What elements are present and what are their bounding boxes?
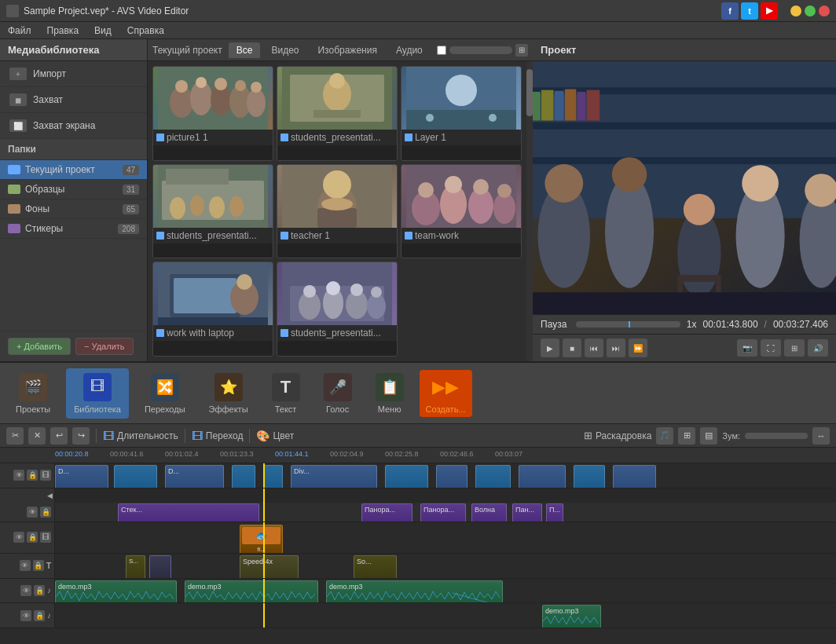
clip-pan[interactable]: Пан... bbox=[512, 503, 542, 521]
preview-progress-slider[interactable] bbox=[576, 321, 680, 327]
capture-button[interactable]: ◼ Захват bbox=[0, 87, 147, 113]
track-eye-text[interactable]: 👁 bbox=[20, 560, 31, 571]
tool-voice[interactable]: 🎤 Голос bbox=[316, 368, 360, 419]
undo-button[interactable]: ↩ bbox=[50, 427, 68, 445]
track-lock-video1[interactable]: 🔒 bbox=[27, 470, 38, 481]
track-lock-effects[interactable]: 🔒 bbox=[40, 507, 51, 518]
clip-video-small1[interactable] bbox=[436, 465, 468, 488]
track-film-video2[interactable]: 🎞 bbox=[40, 532, 51, 543]
clip-panora2[interactable]: Панора... bbox=[420, 503, 466, 521]
clip-blue1[interactable] bbox=[114, 465, 157, 488]
tool-text[interactable]: T Текст bbox=[264, 368, 308, 419]
storyboard-label[interactable]: ⊞ Раскадровка bbox=[584, 430, 651, 441]
next-frame-button[interactable]: ⏭ bbox=[607, 338, 625, 357]
track-film-video1[interactable]: 🎞 bbox=[40, 470, 51, 481]
fullscreen-button[interactable]: ⛶ bbox=[761, 339, 781, 357]
tool-menu[interactable]: 📋 Меню bbox=[368, 368, 412, 419]
track-lock-audio2[interactable]: 🔒 bbox=[34, 610, 45, 621]
folder-samples[interactable]: Образцы 31 bbox=[0, 180, 147, 199]
tool-transitions[interactable]: 🔀 Переходы bbox=[137, 368, 193, 419]
grid2-button[interactable]: ▤ bbox=[700, 427, 717, 445]
tab-all[interactable]: Все bbox=[229, 42, 261, 58]
folder-backgrounds[interactable]: Фоны 65 bbox=[0, 199, 147, 219]
import-button[interactable]: + Импорт bbox=[0, 61, 147, 87]
twitter-icon[interactable]: t bbox=[741, 2, 758, 20]
media-scrollbar-thumb[interactable] bbox=[526, 69, 533, 116]
timeline-zoom-slider[interactable] bbox=[745, 433, 808, 439]
grid-button[interactable]: ⊞ bbox=[678, 427, 695, 445]
waveform-button[interactable]: 🎵 bbox=[656, 427, 673, 445]
stop-button[interactable]: ■ bbox=[563, 338, 581, 357]
menu-help[interactable]: Справка bbox=[124, 24, 167, 38]
folder-stickers[interactable]: Стикеры 208 bbox=[0, 219, 147, 239]
tab-images[interactable]: Изображения bbox=[310, 42, 384, 58]
menu-view[interactable]: Вид bbox=[91, 24, 115, 38]
clip-panora1[interactable]: Панора... bbox=[361, 503, 412, 521]
media-item-teamwork[interactable]: team-work bbox=[401, 164, 522, 259]
media-item-present1[interactable]: students_presentati... bbox=[277, 66, 398, 161]
maximize-button[interactable] bbox=[805, 5, 816, 16]
prev-frame-button[interactable]: ⏮ bbox=[585, 338, 603, 357]
menu-edit[interactable]: Правка bbox=[44, 24, 82, 38]
clip-stec[interactable]: Стек... bbox=[118, 503, 259, 521]
clip-blue6[interactable] bbox=[574, 465, 605, 488]
clip-blue-text[interactable] bbox=[149, 555, 171, 578]
media-item-layer1[interactable]: Layer 1 bbox=[401, 66, 522, 161]
clip-audio-demo3[interactable]: demo.mp3 bbox=[326, 580, 503, 603]
fit-button[interactable]: ↔ bbox=[812, 427, 830, 445]
duration-label[interactable]: 🎞 Длительность bbox=[103, 430, 178, 442]
menu-file[interactable]: Файл bbox=[5, 24, 35, 38]
clip-Div[interactable]: Div... bbox=[291, 465, 377, 488]
clip-p[interactable]: П... bbox=[546, 503, 563, 521]
track-eye-audio1[interactable]: 👁 bbox=[20, 585, 31, 596]
track-eye-audio2[interactable]: 👁 bbox=[20, 610, 31, 621]
tool-create[interactable]: ▶▶ Создать... bbox=[420, 370, 472, 417]
media-item-teacher[interactable]: teacher 1 bbox=[277, 164, 398, 259]
clip-audio-demo2[interactable]: demo.mp3 bbox=[185, 580, 318, 603]
clip-D1[interactable]: D... bbox=[55, 465, 108, 488]
minimize-button[interactable] bbox=[790, 5, 801, 16]
delete-button[interactable]: − Удалить bbox=[75, 338, 133, 355]
redo-button[interactable]: ↪ bbox=[72, 427, 90, 445]
track-arrow-icon[interactable]: ◀ bbox=[47, 492, 53, 499]
media-item-present2[interactable]: students_presentati... bbox=[152, 164, 273, 259]
folder-current-project[interactable]: Текущий проект 47 bbox=[0, 160, 147, 180]
track-lock-video2[interactable]: 🔒 bbox=[27, 532, 38, 543]
zoom-slider[interactable] bbox=[449, 46, 512, 54]
snapshot-button[interactable]: 📷 bbox=[737, 339, 757, 357]
media-item-present3[interactable]: students_presentati... bbox=[277, 262, 398, 357]
zoom-icon[interactable]: ⊞ bbox=[515, 44, 528, 57]
clip-blue2[interactable] bbox=[232, 465, 255, 488]
screen-capture-button[interactable]: ⬜ Захват экрана bbox=[0, 113, 147, 139]
tab-audio[interactable]: Аудио bbox=[388, 42, 431, 58]
track-eye-effects[interactable]: 👁 bbox=[27, 507, 38, 518]
media-item-laptop[interactable]: work with laptop bbox=[152, 262, 273, 357]
fast-forward-button[interactable]: ⏩ bbox=[629, 338, 647, 357]
tool-library[interactable]: 🎞 Библиотека bbox=[66, 368, 129, 419]
clip-video-small3[interactable] bbox=[613, 465, 656, 488]
tool-projects[interactable]: 🎬 Проекты bbox=[8, 368, 58, 419]
media-scrollbar[interactable] bbox=[526, 61, 533, 361]
tool-effects[interactable]: ⭐ Эффекты bbox=[201, 368, 256, 419]
media-item-pic1[interactable]: picture1 1 bbox=[152, 66, 273, 161]
clip-fish[interactable]: 🐟 fi... bbox=[240, 525, 283, 553]
clip-video-small2[interactable] bbox=[519, 465, 566, 488]
volume-button[interactable]: 🔊 bbox=[808, 339, 828, 357]
transition-label[interactable]: 🎞 Переход bbox=[192, 430, 244, 442]
clip-D2[interactable]: D... bbox=[165, 465, 224, 488]
media-checkbox[interactable] bbox=[437, 46, 446, 55]
play-button[interactable]: ▶ bbox=[541, 338, 559, 357]
clip-speed4x[interactable]: Speed 4x bbox=[240, 555, 299, 578]
split-view-button[interactable]: ⊞ bbox=[784, 339, 805, 357]
color-label[interactable]: 🎨 Цвет bbox=[256, 430, 294, 442]
facebook-icon[interactable]: f bbox=[721, 2, 739, 20]
tab-video[interactable]: Видео bbox=[263, 42, 306, 58]
track-lock-text[interactable]: 🔒 bbox=[33, 560, 44, 571]
track-eye-video1[interactable]: 👁 bbox=[13, 470, 24, 481]
clip-blue5[interactable] bbox=[475, 465, 511, 488]
clip-audio-demo4[interactable]: demo.mp3 bbox=[542, 605, 601, 628]
close-button[interactable] bbox=[819, 5, 830, 16]
clip-blue3[interactable] bbox=[263, 465, 283, 488]
clip-blue4[interactable] bbox=[385, 465, 428, 488]
track-eye-video2[interactable]: 👁 bbox=[13, 532, 24, 543]
